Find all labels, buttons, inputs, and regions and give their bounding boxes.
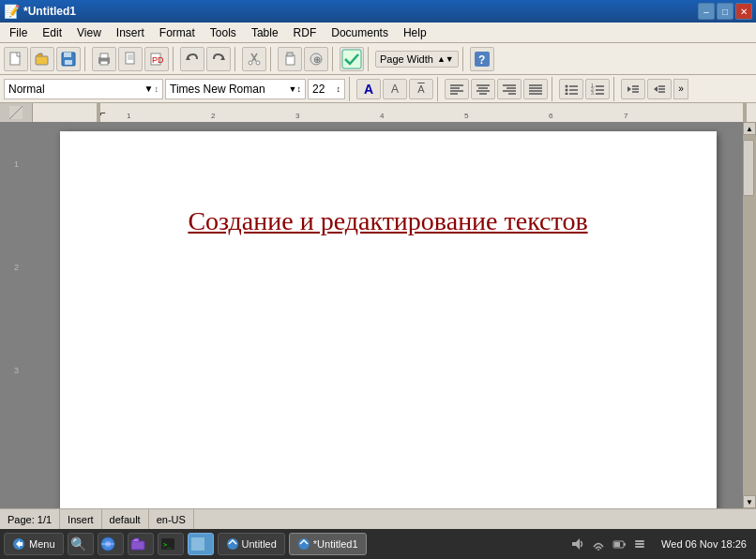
svg-rect-4 (65, 60, 72, 65)
menu-item-rdf[interactable]: RDF (286, 24, 325, 41)
align-right-button[interactable] (497, 79, 522, 99)
scroll-up-button[interactable]: ▲ (743, 122, 756, 135)
ruler: ⌐ 1 2 3 4 5 6 7 (33, 103, 756, 122)
cut-button[interactable] (242, 47, 266, 71)
redo-button[interactable] (206, 47, 231, 71)
menu-item-edit[interactable]: Edit (35, 24, 69, 41)
menu-item-table[interactable]: Table (244, 24, 286, 41)
battery-tray-icon[interactable] (611, 536, 627, 552)
taskbar-window2[interactable]: *Untitled1 (289, 533, 367, 555)
size-arrow-icon: ↕ (337, 84, 341, 94)
title-bar: 📝 *Untitled1 – □ ✕ (0, 0, 756, 23)
align-justify-button[interactable] (523, 79, 548, 99)
vertical-scrollbar[interactable]: ▲ ▼ (743, 122, 756, 508)
svg-rect-3 (64, 53, 71, 57)
menu-item-documents[interactable]: Documents (324, 24, 396, 41)
print-button[interactable] (92, 47, 116, 71)
terminal-app-button[interactable]: >_ (158, 533, 184, 555)
locale-info: en-US (157, 514, 186, 525)
maximize-button[interactable]: □ (717, 3, 733, 20)
menu-item-format[interactable]: Format (152, 24, 203, 41)
style-selector[interactable]: Normal ▼ ↕ (4, 79, 163, 99)
ruler-mark-5: 5 (464, 112, 468, 120)
right-margin-handle[interactable] (743, 103, 747, 122)
browser-app-button[interactable] (98, 533, 124, 555)
system-clock: Wed 06 Nov 18:26 (656, 538, 752, 550)
menu-button[interactable]: Menu (4, 533, 64, 555)
style-spin-icon: ↕ (155, 84, 159, 94)
export-button[interactable]: PDF (144, 47, 169, 71)
page-width-spin: ▲▼ (437, 54, 454, 64)
svg-rect-0 (10, 53, 20, 65)
increase-font-button[interactable]: A (356, 79, 381, 99)
language-info: default (110, 514, 141, 525)
svg-point-74 (597, 549, 599, 551)
document-title[interactable]: Создание и редактирование текстов (126, 206, 651, 236)
autocorrect-button[interactable] (340, 47, 364, 71)
save-button[interactable] (56, 47, 81, 71)
network-tray-icon[interactable] (590, 536, 607, 552)
settings-tray-icon[interactable] (631, 536, 648, 552)
files-app-button[interactable] (128, 533, 154, 555)
align-center-button[interactable] (471, 79, 495, 99)
decrease-font-button[interactable]: A (383, 79, 407, 99)
page-width-dropdown[interactable]: Page Width ▲▼ (375, 51, 459, 68)
svg-rect-77 (614, 542, 620, 547)
clear-format-button[interactable]: A (409, 79, 433, 99)
svg-text:PDF: PDF (152, 55, 164, 65)
style-arrow-icon: ▼ (144, 83, 154, 94)
svg-rect-6 (100, 53, 108, 58)
help-toolbar-button[interactable]: ? (470, 47, 494, 71)
paste-button[interactable] (278, 47, 302, 71)
menu-item-view[interactable]: View (69, 24, 109, 41)
svg-point-43 (566, 88, 568, 91)
font-selector[interactable]: Times New Roman ▼↕ (165, 79, 306, 99)
svg-rect-79 (635, 543, 644, 545)
svg-rect-76 (624, 543, 626, 546)
new-button[interactable] (4, 47, 28, 71)
audio-tray-icon[interactable] (569, 536, 586, 552)
close-button[interactable]: ✕ (735, 3, 752, 20)
active-window-indicator[interactable] (188, 533, 214, 555)
decrease-indent-button[interactable] (621, 79, 645, 99)
separator-1 (84, 47, 88, 71)
document-area[interactable]: Создание и редактирование текстов (33, 122, 743, 508)
left-margin-bar: 1 2 3 (0, 122, 33, 508)
scroll-thumb[interactable] (743, 140, 754, 196)
unordered-list-button[interactable] (559, 79, 583, 99)
open-button[interactable] (30, 47, 54, 71)
paste-special-button[interactable]: ⊕ (304, 47, 328, 71)
align-left-button[interactable] (445, 79, 469, 99)
page-info: Page: 1/1 (8, 514, 52, 525)
menu-item-help[interactable]: Help (396, 24, 434, 41)
menu-item-insert[interactable]: Insert (109, 24, 152, 41)
status-bar: Page: 1/1 Insert default en-US (0, 508, 756, 529)
menu-item-tools[interactable]: Tools (203, 24, 244, 41)
ruler-mark-2: 2 (211, 112, 215, 120)
font-size-selector[interactable]: 22 ↕ (308, 79, 345, 99)
svg-point-41 (566, 84, 568, 87)
more-formatting-button[interactable]: » (673, 79, 688, 99)
svg-text:?: ? (478, 53, 485, 67)
margin-mark-3: 3 (14, 366, 19, 375)
scroll-down-button[interactable]: ▼ (743, 495, 756, 508)
scroll-track[interactable] (743, 135, 756, 495)
system-tray (566, 536, 652, 552)
svg-rect-8 (126, 53, 134, 64)
style-value: Normal (8, 83, 45, 96)
increase-indent-button[interactable] (647, 79, 672, 99)
ruler-mark-1: 1 (127, 112, 130, 120)
mode-segment: Insert (60, 509, 102, 529)
menu-item-file[interactable]: File (2, 24, 35, 41)
print-preview-button[interactable] (118, 47, 143, 71)
search-app-button[interactable]: 🔍 (68, 533, 94, 555)
title-bar-left: 📝 *Untitled1 (4, 4, 76, 19)
left-margin-handle[interactable] (97, 103, 100, 122)
ruler-mark-6: 6 (549, 112, 552, 120)
taskbar-window1[interactable]: Untitled (218, 533, 285, 555)
document-page[interactable]: Создание и редактирование текстов (60, 131, 717, 508)
language-segment: default (102, 509, 149, 529)
undo-button[interactable] (180, 47, 204, 71)
minimize-button[interactable]: – (698, 3, 715, 20)
ordered-list-button[interactable]: 1.2.3. (585, 79, 610, 99)
